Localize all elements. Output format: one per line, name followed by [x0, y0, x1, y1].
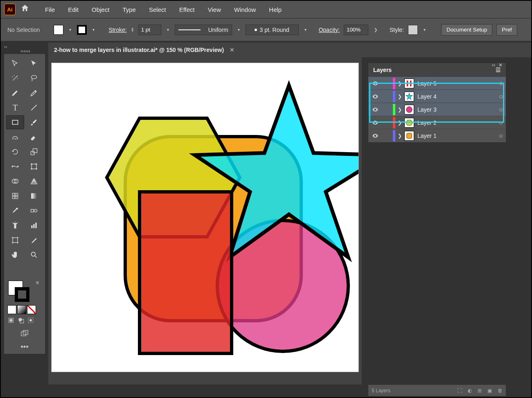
close-tab-icon[interactable]: ✕	[230, 47, 234, 53]
make-clipping-mask-icon[interactable]: ◐	[468, 388, 472, 394]
target-icon[interactable]: ○	[496, 80, 506, 87]
layer-row[interactable]: ❯ Layer 1 ○	[368, 129, 506, 142]
pen-tool[interactable]	[6, 86, 24, 100]
visibility-toggle-icon[interactable]	[368, 93, 382, 100]
draw-inside-icon[interactable]	[27, 317, 34, 326]
stroke-swatch[interactable]	[77, 25, 87, 35]
menu-view[interactable]: View	[202, 4, 227, 15]
brush-definition[interactable]: 3 pt. Round	[246, 25, 299, 35]
panel-grip-icon[interactable]	[17, 50, 34, 52]
selection-tool[interactable]	[6, 56, 24, 70]
fill-dropdown-icon[interactable]: ▾	[68, 27, 73, 32]
artboard[interactable]	[52, 63, 358, 372]
layer-row[interactable]: ❯ Layer 2 ○	[368, 116, 506, 129]
layer-name[interactable]: Layer 3	[417, 106, 496, 113]
symbol-sprayer-tool[interactable]	[6, 218, 24, 232]
curvature-tool[interactable]	[25, 86, 43, 100]
layer-row[interactable]: ❯ Layer 5 ○	[368, 77, 506, 90]
collapse-toolpanel-icon[interactable]: ‹‹	[4, 44, 7, 49]
visibility-toggle-icon[interactable]	[368, 106, 382, 113]
layer-name[interactable]: Layer 1	[417, 133, 496, 139]
variable-width-profile[interactable]: Uniform	[175, 25, 232, 35]
color-mode-icon[interactable]	[7, 305, 16, 314]
profile-dropdown-icon[interactable]: ▾	[236, 27, 241, 32]
target-icon[interactable]: ○	[496, 119, 506, 126]
fill-stroke-indicator[interactable]: ⤭	[8, 281, 30, 303]
shape-builder-tool[interactable]	[6, 174, 24, 188]
layer-name[interactable]: Layer 5	[417, 80, 496, 87]
eyedropper-tool[interactable]	[6, 204, 24, 218]
close-panel-icon[interactable]: ✕	[498, 62, 503, 68]
menu-help[interactable]: Help	[263, 4, 287, 15]
layer-row[interactable]: ❯ Layer 3 ○	[368, 103, 506, 116]
document-setup-button[interactable]: Document Setup	[441, 24, 492, 36]
opacity-dropdown-icon[interactable]: ❯	[372, 27, 379, 32]
create-new-layer-icon[interactable]: ▣	[487, 388, 492, 394]
delete-layer-icon[interactable]: 🗑	[498, 388, 503, 394]
menu-select[interactable]: Select	[143, 4, 172, 15]
gradient-mode-icon[interactable]	[17, 305, 26, 314]
line-tool[interactable]	[25, 101, 43, 115]
stroke-dropdown-icon[interactable]: ▾	[91, 27, 96, 32]
expand-layer-icon[interactable]: ❯	[395, 120, 404, 126]
scale-tool[interactable]	[25, 145, 43, 159]
menu-type[interactable]: Type	[117, 4, 142, 15]
visibility-toggle-icon[interactable]	[368, 119, 382, 126]
style-dropdown-icon[interactable]: ▾	[422, 27, 427, 32]
create-sublayer-icon[interactable]: ⊞	[478, 388, 482, 394]
magic-wand-tool[interactable]	[6, 71, 24, 85]
perspective-grid-tool[interactable]	[25, 174, 43, 188]
expand-layer-icon[interactable]: ❯	[395, 94, 404, 99]
rotate-tool[interactable]	[6, 145, 24, 159]
expand-layer-icon[interactable]: ❯	[395, 107, 404, 112]
shaper-tool[interactable]	[6, 130, 24, 144]
zoom-tool[interactable]	[25, 248, 43, 262]
visibility-toggle-icon[interactable]	[368, 133, 382, 139]
artboard-tool[interactable]	[6, 233, 24, 247]
screen-mode-icon[interactable]	[18, 329, 32, 339]
menu-file[interactable]: File	[39, 4, 61, 15]
preferences-button[interactable]: Pref	[496, 24, 517, 36]
lasso-tool[interactable]	[25, 71, 43, 85]
target-icon[interactable]: ○	[496, 93, 506, 100]
draw-normal-icon[interactable]	[7, 317, 15, 326]
layer-row[interactable]: ❯ Layer 4 ○	[368, 90, 506, 103]
none-mode-icon[interactable]	[27, 305, 36, 314]
locate-object-icon[interactable]: ⛶	[457, 388, 462, 394]
layers-tab[interactable]: Layers ☰	[368, 63, 506, 77]
opacity-input[interactable]	[344, 25, 368, 35]
layer-name[interactable]: Layer 4	[417, 93, 496, 100]
edit-toolbar-icon[interactable]: •••	[21, 343, 29, 351]
target-icon[interactable]: ○	[496, 132, 506, 139]
brush-dropdown-icon[interactable]: ▾	[303, 27, 308, 32]
menu-object[interactable]: Object	[86, 4, 115, 15]
slice-tool[interactable]	[25, 233, 43, 247]
stroke-weight-dropdown-icon[interactable]: ▾	[165, 27, 171, 32]
direct-selection-tool[interactable]	[25, 56, 43, 70]
free-transform-tool[interactable]	[25, 160, 43, 173]
stroke-color-icon[interactable]	[15, 287, 29, 302]
expand-layer-icon[interactable]: ❯	[395, 133, 404, 139]
graphic-style-swatch[interactable]	[408, 25, 418, 35]
home-icon[interactable]	[20, 4, 29, 15]
hand-tool[interactable]	[6, 248, 24, 262]
stroke-stepper[interactable]: ▲▼	[131, 27, 134, 32]
gradient-tool[interactable]	[25, 189, 43, 203]
visibility-toggle-icon[interactable]	[368, 80, 382, 87]
paintbrush-tool[interactable]	[25, 115, 43, 129]
blend-tool[interactable]	[25, 204, 43, 218]
target-icon[interactable]: ○	[496, 106, 506, 113]
collapse-panel-icon[interactable]: ‹‹	[492, 62, 495, 68]
mesh-tool[interactable]	[6, 189, 24, 203]
document-tab[interactable]: 2-how to merge layers in illustrator.ai*…	[48, 43, 240, 57]
stroke-weight-input[interactable]	[138, 25, 161, 35]
menu-edit[interactable]: Edit	[62, 4, 84, 15]
expand-layer-icon[interactable]: ❯	[395, 81, 404, 86]
fill-swatch[interactable]	[54, 25, 63, 35]
opacity-label[interactable]: Opacity:	[319, 27, 340, 33]
menu-effect[interactable]: Effect	[174, 4, 201, 15]
column-graph-tool[interactable]	[25, 218, 43, 232]
type-tool[interactable]: T	[6, 101, 24, 115]
stroke-label[interactable]: Stroke:	[108, 27, 126, 33]
layer-name[interactable]: Layer 2	[417, 119, 496, 126]
